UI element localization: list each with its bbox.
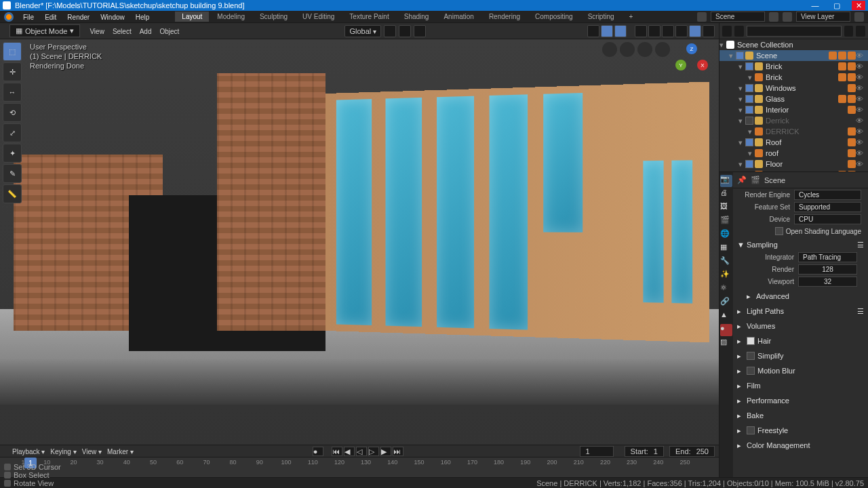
material-properties-tab[interactable]: ● bbox=[720, 324, 732, 336]
outliner-item-brick[interactable]: ▾Brick👁 bbox=[719, 61, 868, 72]
workspace-tab-compositing[interactable]: Compositing bbox=[528, 12, 580, 22]
snap-icon[interactable] bbox=[399, 25, 411, 37]
new-viewlayer-icon[interactable] bbox=[854, 12, 864, 22]
camera-view-icon[interactable] bbox=[637, 42, 652, 57]
viewlayer-properties-tab[interactable]: 🖼 bbox=[720, 202, 732, 214]
timeline-menu-keying[interactable]: Keying ▾ bbox=[47, 448, 79, 455]
pin-icon[interactable]: 📌 bbox=[737, 176, 747, 184]
end-frame-field[interactable]: End:250 bbox=[669, 446, 715, 457]
section-hair[interactable]: ▸Hair bbox=[737, 335, 864, 347]
outliner-search-input[interactable] bbox=[747, 26, 842, 37]
outliner-item-roof[interactable]: ▾Roof👁 bbox=[719, 137, 868, 148]
outliner-item-brick[interactable]: ▾Brick👁 bbox=[719, 72, 868, 83]
workspace-tab-layout[interactable]: Layout bbox=[175, 12, 209, 22]
jump-start-button[interactable]: ⏮ bbox=[332, 447, 342, 456]
gizmo-toggle-icon[interactable] bbox=[601, 25, 613, 37]
viewport-samples-field[interactable]: 32 bbox=[798, 277, 857, 287]
scene-properties-tab[interactable]: 🎬 bbox=[720, 216, 732, 228]
scene-name-field[interactable]: Scene bbox=[711, 12, 765, 22]
timeline-menu-marker[interactable]: Marker ▾ bbox=[104, 448, 136, 455]
cursor-tool[interactable]: ✛ bbox=[3, 62, 22, 81]
gizmo-x-axis[interactable]: X bbox=[697, 60, 708, 70]
jump-end-button[interactable]: ⏭ bbox=[393, 447, 403, 456]
viewlayer-icon[interactable] bbox=[783, 12, 792, 22]
menu-file[interactable]: File bbox=[18, 14, 39, 21]
mesh-properties-tab[interactable]: ▲ bbox=[720, 310, 732, 323]
gizmo-z-axis[interactable]: Z bbox=[686, 43, 697, 54]
particle-properties-tab[interactable]: ✨ bbox=[720, 270, 732, 282]
pivot-point-icon[interactable] bbox=[384, 25, 396, 37]
workspace-tab-+[interactable]: + bbox=[623, 12, 640, 22]
workspace-tab-rendering[interactable]: Rendering bbox=[482, 12, 527, 22]
menu-window[interactable]: Window bbox=[95, 14, 130, 21]
timeline-track[interactable]: 1 11020304050607080901001101201301401501… bbox=[0, 458, 719, 478]
texture-properties-tab[interactable]: ▨ bbox=[720, 338, 732, 350]
section-color-management[interactable]: ▸Color Management bbox=[737, 439, 864, 451]
overlay-toggle-icon[interactable] bbox=[614, 25, 627, 37]
workspace-tab-texture-paint[interactable]: Texture Paint bbox=[342, 12, 395, 22]
viewport-menu-object[interactable]: Object bbox=[155, 28, 183, 35]
constraint-properties-tab[interactable]: 🔗 bbox=[720, 297, 732, 309]
world-properties-tab[interactable]: 🌐 bbox=[720, 229, 732, 241]
viewport-menu-view[interactable]: View bbox=[85, 28, 108, 35]
navigation-gizmo[interactable]: Z Y X bbox=[671, 43, 712, 84]
viewport-menu-add[interactable]: Add bbox=[136, 28, 156, 35]
new-collection-icon[interactable] bbox=[856, 26, 865, 37]
window-minimize-button[interactable]: — bbox=[808, 1, 822, 10]
outliner-item-windows[interactable]: ▾Windows👁 bbox=[719, 83, 868, 94]
3d-viewport[interactable]: User Perspective (1) Scene | DERRICK Ren… bbox=[0, 39, 719, 445]
render-properties-tab[interactable]: 📷 bbox=[720, 175, 732, 187]
section-bake[interactable]: ▸Bake bbox=[737, 409, 864, 422]
outliner-display-mode-icon[interactable] bbox=[734, 26, 744, 37]
select-box-tool[interactable]: ⬚ bbox=[3, 42, 22, 61]
workspace-tab-animation[interactable]: Animation bbox=[437, 12, 480, 22]
osl-checkbox[interactable] bbox=[775, 227, 783, 235]
shading-wireframe-icon[interactable] bbox=[648, 25, 660, 37]
outliner-item-floor[interactable]: ▾Floor👁 bbox=[719, 159, 868, 169]
window-close-button[interactable]: ✕ bbox=[852, 1, 865, 10]
outliner-item-glass[interactable]: ▾Glass👁 bbox=[719, 94, 868, 104]
device-dropdown[interactable]: CPU bbox=[794, 214, 861, 224]
outliner-tree[interactable]: ▾Scene Collection▾Scene👁▾Brick👁▾Brick👁▾W… bbox=[719, 39, 868, 171]
section-freestyle[interactable]: ▸Freestyle bbox=[737, 424, 864, 436]
feature-set-dropdown[interactable]: Supported bbox=[794, 202, 861, 212]
scene-icon[interactable] bbox=[697, 12, 707, 22]
play-button[interactable]: ▷ bbox=[368, 447, 379, 456]
autokey-button[interactable]: ● bbox=[313, 447, 323, 456]
play-reverse-button[interactable]: ◁ bbox=[356, 447, 367, 456]
section-performance[interactable]: ▸Performance bbox=[737, 394, 864, 407]
section-film[interactable]: ▸Film bbox=[737, 380, 864, 392]
pan-icon[interactable] bbox=[620, 42, 635, 57]
menu-edit[interactable]: Edit bbox=[39, 14, 62, 21]
outliner-item-interior[interactable]: ▾Interior👁 bbox=[719, 104, 868, 115]
shading-options-icon[interactable] bbox=[703, 25, 715, 37]
section-light-paths[interactable]: ▸Light Paths☰ bbox=[737, 305, 864, 317]
shading-lookdev-icon[interactable] bbox=[675, 25, 688, 37]
window-maximize-button[interactable]: ▢ bbox=[830, 1, 844, 10]
menu-help[interactable]: Help bbox=[130, 14, 155, 21]
outliner-root[interactable]: ▾Scene Collection bbox=[719, 39, 868, 50]
gizmo-y-axis[interactable]: Y bbox=[675, 60, 686, 70]
transform-tool[interactable]: ✦ bbox=[3, 144, 22, 163]
outliner-filter-icon[interactable] bbox=[844, 26, 854, 37]
persp-ortho-icon[interactable] bbox=[655, 42, 670, 57]
timeline-menu-view[interactable]: View ▾ bbox=[79, 448, 104, 455]
measure-tool[interactable]: 📏 bbox=[3, 184, 22, 203]
scale-tool[interactable]: ⤢ bbox=[3, 123, 22, 142]
workspace-tab-modeling[interactable]: Modeling bbox=[210, 12, 252, 22]
outliner-item-floor[interactable]: ▾floor👁 bbox=[719, 169, 868, 171]
workspace-tab-scripting[interactable]: Scripting bbox=[581, 12, 621, 22]
shading-rendered-icon[interactable] bbox=[689, 25, 701, 37]
prev-keyframe-button[interactable]: ◀ bbox=[344, 447, 355, 456]
modifier-properties-tab[interactable]: 🔧 bbox=[720, 256, 732, 268]
outliner-item-scene[interactable]: ▾Scene👁 bbox=[719, 50, 868, 61]
workspace-tab-shading[interactable]: Shading bbox=[397, 12, 436, 22]
new-scene-icon[interactable] bbox=[769, 12, 778, 22]
timeline-menu-playback[interactable]: Playback ▾ bbox=[9, 448, 47, 455]
zoom-icon[interactable] bbox=[602, 42, 617, 57]
output-properties-tab[interactable]: 🖨 bbox=[720, 188, 732, 201]
current-frame-field[interactable]: 1 bbox=[580, 446, 614, 457]
annotate-tool[interactable]: ✎ bbox=[3, 164, 22, 183]
transform-orientation[interactable]: Global ▾ bbox=[344, 25, 381, 37]
render-engine-dropdown[interactable]: Cycles bbox=[794, 190, 861, 200]
